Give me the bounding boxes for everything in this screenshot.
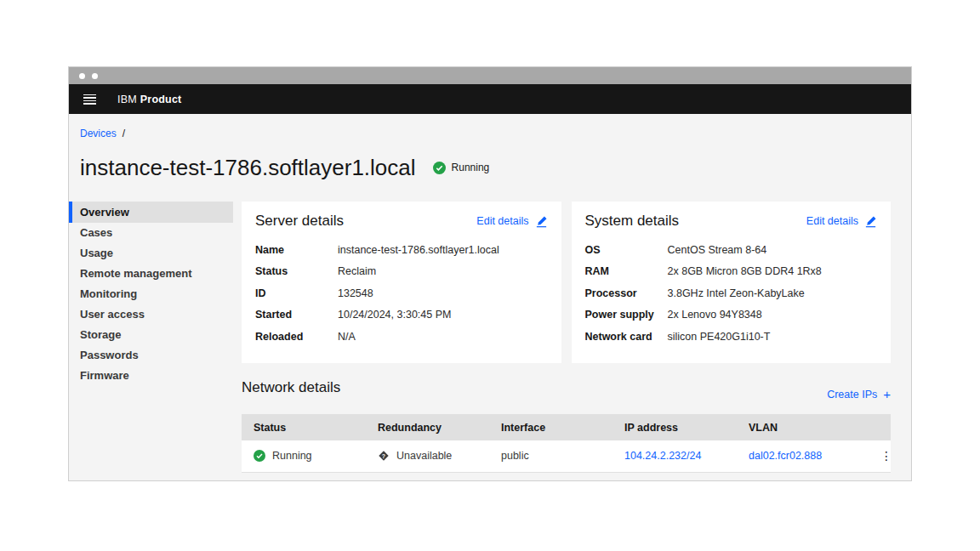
brand-prefix: IBM	[117, 94, 137, 105]
row-vlan-link[interactable]: dal02.fcr02.888	[749, 450, 822, 462]
detail-label: Name	[255, 244, 338, 256]
detail-label: Reloaded	[255, 331, 338, 343]
network-table-header-row: Status Redundancy Interface IP address V…	[242, 414, 891, 440]
sidebar-item-storage[interactable]: Storage	[69, 325, 233, 345]
body-row: Overview Cases Usage Remote management M…	[69, 202, 911, 473]
detail-row: Reloaded N/A	[255, 326, 548, 348]
detail-value: silicon PE420G1i10-T	[668, 331, 771, 343]
detail-row: ID 132548	[255, 282, 548, 304]
detail-label: Status	[255, 265, 338, 277]
breadcrumb: Devices /	[69, 114, 911, 139]
detail-label: ID	[255, 287, 338, 299]
server-details-card: Server details Edit details	[242, 202, 561, 363]
column-header-ip-address: IP address	[612, 414, 737, 440]
menu-icon[interactable]	[83, 94, 96, 105]
edit-details-label: Edit details	[806, 215, 858, 227]
detail-row: OS CentOS Stream 8-64	[585, 239, 878, 261]
detail-row: RAM 2x 8GB Micron 8GB DDR4 1Rx8	[585, 261, 878, 283]
row-redundancy-label: Unavailable	[396, 450, 452, 462]
column-header-actions	[866, 414, 891, 440]
breadcrumb-link-devices[interactable]: Devices	[80, 128, 117, 139]
system-details-title: System details	[585, 213, 680, 230]
app-header: IBMProduct	[69, 84, 911, 114]
sidebar-item-overview[interactable]: Overview	[69, 202, 233, 223]
detail-value: instance-test-1786.softlayer1.local	[338, 244, 499, 256]
plus-icon: +	[883, 389, 891, 400]
detail-label: Network card	[585, 331, 668, 343]
detail-cards: Server details Edit details	[242, 202, 891, 363]
detail-row: Power supply 2x Lenovo 94Y8348	[585, 304, 878, 327]
sidebar-nav: Overview Cases Usage Remote management M…	[69, 202, 233, 473]
network-table: Status Redundancy Interface IP address V…	[242, 414, 891, 473]
detail-label: Power supply	[585, 309, 668, 321]
row-status-label: Running	[272, 450, 312, 462]
row-redundancy: ? Unavailable	[378, 450, 489, 462]
detail-value: 10/24/2024, 3:30:45 PM	[338, 309, 451, 321]
sidebar-item-firmware[interactable]: Firmware	[69, 366, 233, 386]
detail-label: RAM	[585, 265, 668, 277]
sidebar-item-user-access[interactable]: User access	[69, 304, 233, 325]
edit-server-details-link[interactable]: Edit details	[476, 215, 547, 228]
detail-label: OS	[585, 244, 668, 256]
svg-text:?: ?	[382, 453, 385, 459]
detail-value: 2x 8GB Micron 8GB DDR4 1Rx8	[668, 265, 822, 277]
undefined-diamond-icon: ?	[378, 450, 390, 462]
edit-system-details-link[interactable]: Edit details	[806, 215, 877, 228]
app-window: IBMProduct Devices / instance-test-1786.…	[68, 66, 912, 481]
system-details-card: System details Edit details	[572, 202, 892, 363]
sidebar-item-usage[interactable]: Usage	[69, 243, 233, 264]
overflow-menu-icon[interactable]: ⋮	[878, 449, 895, 463]
detail-value: Reclaim	[338, 265, 376, 277]
create-ips-label: Create IPs	[827, 389, 877, 400]
check-circle-icon	[254, 450, 265, 462]
column-header-status: Status	[242, 414, 366, 440]
breadcrumb-separator: /	[122, 128, 125, 139]
detail-value: 2x Lenovo 94Y8348	[668, 309, 762, 321]
network-details-title: Network details	[242, 378, 340, 397]
detail-row: Name instance-test-1786.softlayer1.local	[255, 239, 548, 261]
row-status: Running	[254, 450, 366, 462]
window-dot-icon[interactable]	[79, 73, 85, 79]
edit-pencil-icon	[864, 215, 877, 228]
page-title: instance-test-1786.softlayer1.local	[80, 153, 416, 182]
table-row: Running ? Unavailable	[242, 440, 891, 472]
brand-name: Product	[140, 94, 182, 105]
row-ip-address-link[interactable]: 104.24.2.232/24	[624, 450, 701, 462]
detail-value: CentOS Stream 8-64	[668, 244, 767, 256]
detail-row: Processor 3.8GHz Intel Zeon-KabyLake	[585, 282, 878, 304]
status-badge: Running	[433, 162, 490, 174]
sidebar-item-passwords[interactable]: Passwords	[69, 345, 233, 366]
title-row: instance-test-1786.softlayer1.local Runn…	[80, 153, 911, 182]
network-details-header: Network details Create IPs +	[242, 378, 891, 397]
create-ips-link[interactable]: Create IPs +	[827, 389, 891, 400]
edit-pencil-icon	[535, 215, 548, 228]
column-header-vlan: VLAN	[737, 414, 866, 440]
server-details-title: Server details	[255, 213, 344, 230]
detail-label: Started	[255, 309, 338, 321]
check-circle-icon	[433, 162, 446, 174]
detail-row: Status Reclaim	[255, 261, 548, 283]
row-interface: public	[489, 440, 612, 472]
brand: IBMProduct	[117, 94, 181, 105]
status-label: Running	[452, 162, 490, 173]
sidebar-item-monitoring[interactable]: Monitoring	[69, 284, 233, 304]
detail-value: N/A	[338, 331, 356, 343]
main-area: Server details Edit details	[242, 202, 891, 473]
detail-value: 132548	[338, 287, 373, 299]
detail-label: Processor	[585, 287, 668, 299]
edit-details-label: Edit details	[476, 215, 528, 227]
sidebar-item-cases[interactable]: Cases	[69, 223, 233, 243]
window-titlebar	[69, 67, 911, 84]
sidebar-item-remote-management[interactable]: Remote management	[69, 264, 233, 284]
detail-row: Network card silicon PE420G1i10-T	[585, 326, 878, 348]
detail-value: 3.8GHz Intel Zeon-KabyLake	[668, 287, 805, 299]
page-content: Devices / instance-test-1786.softlayer1.…	[69, 114, 911, 481]
column-header-redundancy: Redundancy	[366, 414, 489, 440]
window-dot-icon[interactable]	[92, 73, 98, 79]
column-header-interface: Interface	[489, 414, 612, 440]
detail-row: Started 10/24/2024, 3:30:45 PM	[255, 304, 548, 327]
